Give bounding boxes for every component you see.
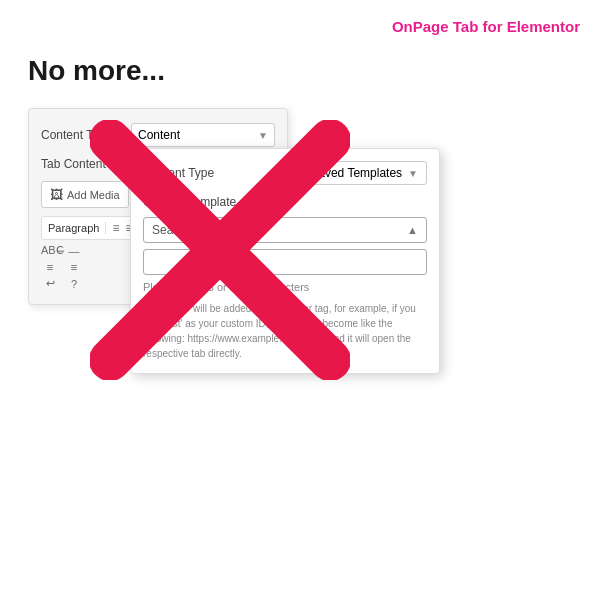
search-dropdown[interactable]: Search ▲ (143, 217, 427, 243)
strikethrough-icon[interactable]: ABC̶ (41, 244, 59, 257)
search-dropdown-label: Search (152, 223, 190, 237)
dropdown-arrow-back: ▼ (258, 130, 268, 141)
paragraph-label: Paragraph (48, 222, 106, 234)
add-media-icon: 🖼 (50, 187, 63, 202)
content-type-row-front: Content Type Saved Templates ▼ (143, 161, 427, 185)
undo-icon[interactable]: ↩ (41, 277, 59, 290)
hint-text: Please enter 3 or more characters (143, 281, 427, 293)
front-panel: Content Type Saved Templates ▼ Choose Te… (130, 148, 440, 374)
content-type-label-back: Content Type (41, 128, 131, 142)
choose-template-label: Choose Template (143, 195, 427, 209)
dropdown-arrow-front: ▼ (408, 168, 418, 179)
align-left-icon[interactable]: ≡ (41, 261, 59, 273)
tab-content-label: Tab Content (41, 157, 131, 171)
info-text: Custom ID will be added as an anchor tag… (143, 301, 427, 361)
content-type-row-back: Content Type Content ▼ (41, 123, 275, 147)
content-type-select-back[interactable]: Content ▼ (131, 123, 275, 147)
add-media-button[interactable]: 🖼 Add Media (41, 181, 129, 208)
saved-templates-select[interactable]: Saved Templates ▼ (301, 161, 427, 185)
brand-label: OnPage Tab for Elementor (392, 18, 580, 35)
up-arrow-icon: ▲ (407, 224, 418, 236)
dash-icon[interactable]: — (65, 245, 83, 257)
align-center-icon[interactable]: ≡ (65, 261, 83, 273)
ordered-list-icon[interactable]: ≡ (112, 221, 119, 235)
help-icon[interactable]: ? (65, 278, 83, 290)
page-heading: No more... (28, 55, 165, 87)
search-input[interactable] (143, 249, 427, 275)
content-type-label-front: Content Type (143, 166, 301, 180)
